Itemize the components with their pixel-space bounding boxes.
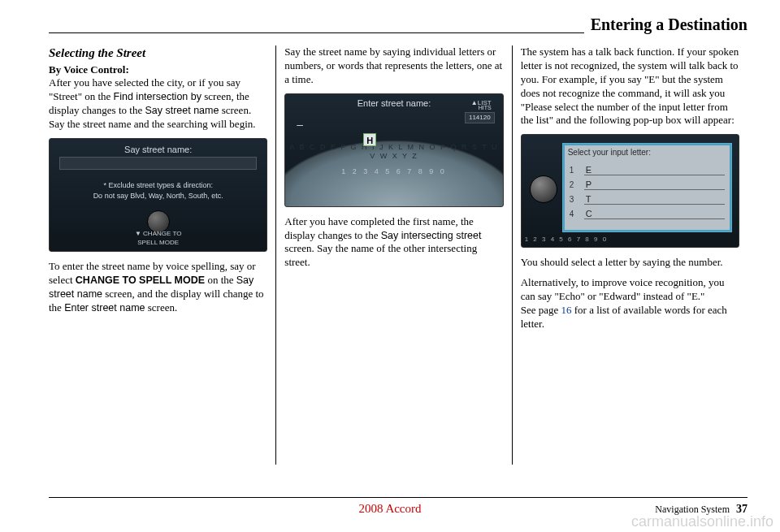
text: See page [521, 304, 561, 316]
subhead-voice: By Voice Control: [49, 63, 267, 77]
shot1-msg2: Do not say Blvd, Way, North, South, etc. [50, 192, 266, 201]
row-number: 1 [570, 165, 579, 175]
column-2: Say the street name by saying individual… [275, 45, 511, 465]
shot1-bottom: ▼ CHANGE TO SPELL MODE [50, 230, 266, 247]
shot2-cursor: – [297, 117, 303, 132]
row-value: E [584, 164, 725, 175]
screenshot-say-street-name: Say street name: * Exclude street types … [49, 138, 267, 252]
manual-page: Entering a Destination Selecting the Str… [0, 0, 780, 532]
ui-term: Say street name [145, 105, 219, 116]
rule-bottom [49, 497, 748, 498]
row-value: P [584, 179, 725, 190]
row-value: C [584, 208, 725, 219]
ui-term-bold: CHANGE TO SPELL MODE [76, 275, 205, 286]
text: screen. [145, 301, 178, 314]
col2-paragraph-1: Say the street name by saying individual… [284, 45, 503, 87]
text: screen. Say the name of the other inters… [284, 242, 477, 268]
screenshot-select-input-letter: Select your input letter: 1 E 2 P 3 T 4 [521, 134, 739, 248]
keyboard-numbers: 1 2 3 4 5 6 7 8 9 0 [285, 167, 502, 177]
ui-term: Enter street name [64, 302, 145, 314]
selected-letter: H [363, 133, 376, 146]
col3-paragraph-2: You should select a letter by saying the… [521, 256, 739, 270]
shot2-header: Enter street name: [285, 97, 502, 109]
ui-term: Say intersecting street [381, 230, 482, 241]
rotary-knob-icon [530, 175, 557, 203]
popup-row: 4 C [563, 208, 731, 219]
col1-paragraph-1: After you have selected the city, or if … [49, 76, 267, 132]
section-title: Selecting the Street [49, 45, 267, 62]
popup-box: Select your input letter: 1 E 2 P 3 T 4 [562, 143, 732, 232]
shot1-title: Say street name: [50, 144, 266, 155]
keyboard-letters: A B C D E F G H I J K L M N O P Q R S T … [285, 143, 502, 162]
col2-paragraph-2: After you have completed the first name,… [284, 215, 503, 270]
col3-paragraph-3: Alternatively, to improve voice recognit… [521, 276, 739, 331]
column-3: The system has a talk back function. If … [512, 45, 748, 465]
row-number: 3 [570, 194, 579, 205]
ui-term: Find intersection by [114, 91, 202, 102]
page-link[interactable]: 16 [561, 304, 571, 316]
shot1-msg1: * Exclude street types & direction: [50, 181, 266, 191]
shot2-hits-label: HITS [479, 104, 492, 111]
shot2-hits: 114120 [465, 112, 495, 123]
popup-row: 3 T [563, 193, 731, 205]
column-1: Selecting the Street By Voice Control: A… [49, 45, 275, 465]
columns: Selecting the Street By Voice Control: A… [49, 34, 748, 465]
shot1-input-bar [59, 157, 257, 170]
text: Alternatively, to improve voice recognit… [521, 276, 725, 302]
screenshot-enter-street-name: Enter street name: ▲LIST HITS 114120 – A… [284, 93, 503, 207]
watermark: carmanualsonline.info [631, 513, 774, 530]
popup-row: 2 P [563, 179, 731, 190]
row-number: 2 [570, 179, 579, 190]
row-number: 4 [570, 209, 579, 219]
text: on the [205, 274, 236, 286]
col1-paragraph-2: To enter the street name by voice spelli… [49, 260, 267, 315]
popup-row: 1 E [563, 164, 731, 175]
popup-title: Select your input letter: [563, 144, 731, 161]
bg-numbers: 1 2 3 4 5 6 7 8 9 0 [525, 236, 609, 244]
row-value: T [584, 193, 725, 205]
page-title: Entering a Destination [584, 15, 748, 34]
col3-paragraph-1: The system has a talk back function. If … [521, 45, 739, 128]
